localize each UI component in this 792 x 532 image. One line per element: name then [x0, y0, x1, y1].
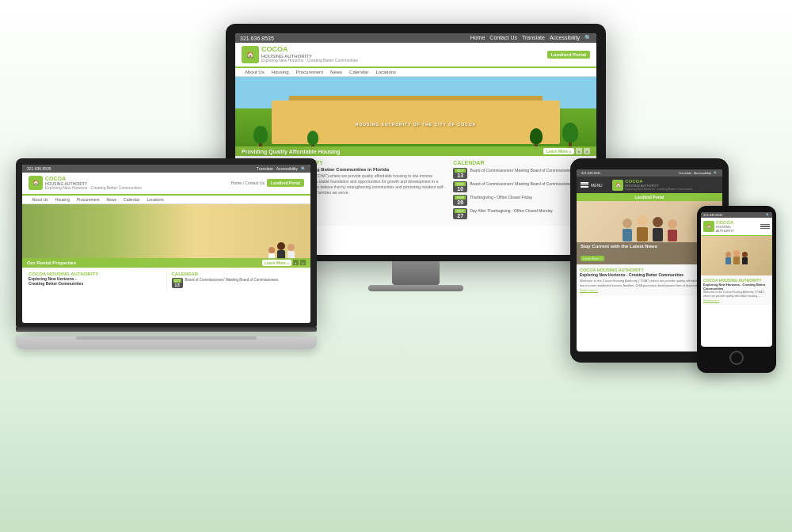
tablet-topbar: 321.636.8535 Translate Accessibility 🔍 [577, 169, 722, 177]
laptop-logo-icon: 🏠 [29, 176, 43, 190]
laptop-translate[interactable]: Translate [257, 166, 273, 171]
phone-topbar: 321.636.8535 🔍 [701, 212, 772, 218]
phone-search[interactable]: 🔍 [766, 213, 770, 217]
laptop-hero: Our Rental Properties Learn More » ‹ › [22, 204, 310, 268]
phone-content: COCOA HOUSING AUTHORITY Exploring New Ho… [701, 276, 772, 305]
phone-person3 [742, 252, 748, 264]
laptop-bottom-subtitle2: Creating Better Communities [29, 281, 162, 286]
menu-line-1 [581, 182, 588, 184]
landlord-portal-button[interactable]: Landlord Portal [547, 51, 590, 59]
laptop-next-icon[interactable]: › [300, 260, 306, 265]
tablet-logo-text: COCOA HOUSING AUTHORITY Exploring New Ho… [625, 179, 692, 191]
laptop-cal-event: OCT 13 Board of Commissioners' Meeting B… [172, 278, 305, 288]
cal-date-1: OCT 13 [453, 168, 467, 179]
laptop-logo-text: COCOA HOUSING AUTHORITY Exploring New Ho… [45, 176, 142, 191]
phone-people [701, 236, 772, 276]
topbar-nav-home[interactable]: Home [470, 35, 485, 41]
laptop-nav-locations[interactable]: Locations [143, 196, 166, 203]
logo-icon: 🏠 [242, 46, 259, 63]
cal-text-4: Day After Thanksgiving - Office Closed M… [470, 208, 553, 214]
nav-news[interactable]: News [327, 68, 345, 76]
nav-about[interactable]: About Us [242, 68, 268, 76]
person-3 [653, 217, 663, 241]
laptop-hinge [16, 327, 317, 332]
topbar-nav-contact[interactable]: Contact Us [489, 35, 517, 41]
phone-device: 321.636.8535 🔍 🏠 COCOA HOUSING AUTHORITY [697, 206, 776, 373]
tablet-header: MENU 🏠 COCOA HOUSING AUTHORITY Exploring… [577, 177, 722, 193]
person-4 [668, 219, 677, 241]
hero-next-arrow[interactable]: › [584, 148, 590, 154]
nav-calendar[interactable]: Calendar [346, 68, 371, 76]
laptop-topbar: 321.636.8535 Translate Accessibility 🔍 [22, 165, 310, 173]
topbar-search-icon[interactable]: 🔍 [584, 35, 592, 41]
laptop-header: 🏠 COCOA HOUSING AUTHORITY Exploring New … [22, 173, 310, 196]
cal-text-2: Board of Commissioners' Meeting Board of… [470, 181, 573, 187]
cal-day-3: 26 [455, 200, 466, 205]
desktop-nav: About Us Housing Procurement News Calend… [235, 68, 596, 77]
phone-hero-bg [701, 236, 772, 276]
laptop-nav-news[interactable]: News [104, 196, 120, 203]
tablet-search-icon[interactable]: 🔍 [714, 171, 718, 175]
laptop-nav-about[interactable]: About Us [29, 196, 51, 203]
phone-home-button[interactable] [729, 351, 744, 365]
hero-section: HOUSING AUTHORITY OF THE CITY OF COCOA [235, 77, 596, 156]
laptop-screen: 321.636.8535 Translate Accessibility 🔍 🏠… [22, 165, 310, 323]
site-logo: 🏠 COCOA HOUSING AUTHORITY Exploring New … [242, 46, 358, 63]
hamburger-icon[interactable] [581, 182, 588, 188]
hero-prev-arrow[interactable]: ‹ [576, 148, 582, 154]
laptop-caption-right: Learn More » ‹ › [262, 260, 306, 266]
cal-text-1: Board of Commissioners' Meeting Board of… [470, 168, 573, 173]
laptop-cal-text: Board of Commissioners' Meeting Board of… [185, 278, 279, 282]
cal-day-4: 27 [455, 213, 466, 218]
laptop-cal-date: OCT 13 [172, 278, 183, 288]
laptop-bottom-info: COCOA HOUSING AUTHORITY Exploring New Ho… [22, 268, 310, 294]
laptop-nav-calendar[interactable]: Calendar [120, 196, 143, 203]
tablet-menu-label[interactable]: MENU [591, 183, 603, 188]
topbar-accessibility[interactable]: Accessibility [550, 35, 580, 41]
tablet-landlord-bar[interactable]: Landlord Portal [577, 193, 722, 201]
laptop-nav-housing[interactable]: Housing [52, 196, 73, 203]
phone-logo-text: COCOA HOUSING AUTHORITY [716, 220, 734, 233]
site-topbar: 321.636.8535 Home Contact Us Translate A… [235, 33, 596, 43]
menu-line-2 [581, 184, 588, 186]
phone-hero: Stay Current with Latest News Learn More… [701, 236, 772, 276]
menu-line-3 [581, 186, 588, 188]
tablet-learn-more[interactable]: Learn More » [581, 256, 604, 261]
phone-auth-text2: AUTHORITY [716, 229, 734, 233]
laptop-logo: 🏠 COCOA HOUSING AUTHORITY Exploring New … [29, 176, 142, 191]
cal-text-3: Thanksgiving - Office Closed Friday [470, 195, 532, 200]
logo-cocoa: COCOA [261, 46, 358, 54]
tablet-phone: 321.636.8535 [581, 171, 600, 175]
tablet-accessibility[interactable]: Accessibility [694, 171, 711, 175]
logo-text-block: COCOA HOUSING AUTHORITY Exploring New Ho… [261, 46, 358, 63]
laptop-device: 321.636.8535 Translate Accessibility 🔍 🏠… [16, 158, 317, 349]
laptop-learn-more[interactable]: Learn More » [262, 260, 291, 266]
tablet-menu-area[interactable]: MENU [581, 182, 603, 188]
monitor-base [368, 285, 463, 291]
hero-learn-more[interactable]: Learn More » [543, 148, 574, 154]
laptop-nav-inner: About Us Housing Procurement News Calend… [22, 196, 310, 203]
topbar-phone: 321.636.8535 [240, 36, 274, 41]
phone-outer: 321.636.8535 🔍 🏠 COCOA HOUSING AUTHORITY [697, 206, 776, 373]
topbar-translate[interactable]: Translate [522, 35, 545, 41]
hero-caption-text: Providing Quality Affordable Housing [242, 149, 341, 154]
tablet-tagline: Exploring New Horizons - Creating Better… [625, 188, 692, 191]
tablet-translate[interactable]: Translate [679, 171, 692, 175]
laptop-cal-day: 13 [173, 283, 181, 287]
cal-date-3: NOV 26 [453, 195, 467, 206]
hero-caption: Providing Quality Affordable Housing Lea… [235, 146, 596, 156]
topbar-right: Home Contact Us Translate Accessibility … [470, 35, 592, 41]
laptop-landlord-btn[interactable]: Landlord Portal [267, 179, 304, 187]
nav-procurement[interactable]: Procurement [293, 68, 326, 76]
nav-housing[interactable]: Housing [268, 68, 292, 76]
laptop-nav-procurement[interactable]: Procurement [74, 196, 103, 203]
nav-locations[interactable]: Locations [372, 68, 399, 76]
laptop-prev-icon[interactable]: ‹ [293, 260, 299, 265]
monitor-stand [392, 261, 440, 285]
laptop-bottom-cha: COCOA HOUSING AUTHORITY Exploring New Ho… [29, 272, 167, 291]
laptop-accessibility[interactable]: Accessibility [276, 166, 298, 171]
laptop-tagline: Exploring New Horizons · Creating Better… [45, 186, 142, 191]
phone-read-more[interactable]: Read more » [703, 299, 770, 302]
laptop-search-icon[interactable]: 🔍 [301, 166, 306, 171]
hero-building-bg: HOUSING AUTHORITY OF THE CITY OF COCOA [235, 77, 596, 156]
